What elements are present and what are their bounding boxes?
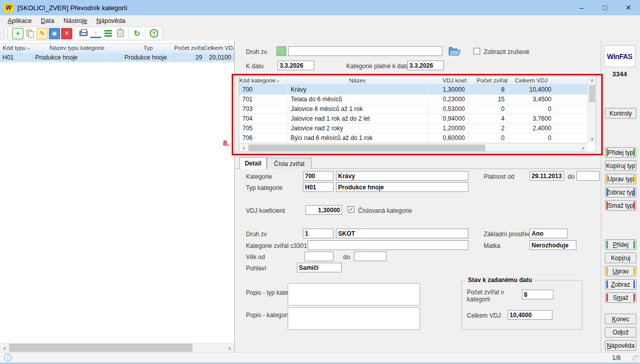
k-datu-input[interactable] [277,61,314,70]
delete-icon[interactable]: ✕ [61,28,72,39]
kategorie-platne-input[interactable] [407,61,444,70]
table-row[interactable]: 700 Krávy 1,30000 8 10,4000 [239,85,596,95]
menu-napoveda[interactable]: Nápověda [92,16,130,25]
maximize-icon[interactable]: □ [593,0,617,15]
popis-typ-kategorie-textarea[interactable] [288,283,420,305]
pohlavi-label: Pohlaví [246,265,266,272]
column-header-typ[interactable]: Typ [122,44,175,52]
table-row[interactable]: H01 Produkce hnoje Produkce hnoje 29 20,… [0,53,234,62]
category-horizontal-scrollbar[interactable]: ‹ › [239,143,588,152]
toolbar-grip[interactable] [7,29,10,38]
menu-nastroje[interactable]: Nástroje [59,16,92,25]
minimize-icon[interactable]: – [570,0,593,15]
column-header-kod-kategorie[interactable]: Kód kategorie▴ [239,76,288,85]
horizontal-scrollbar[interactable]: ‹ › [0,343,234,353]
close-icon[interactable]: ✕ [617,0,640,15]
table-row[interactable]: 701 Telata do 6 měsíců 0,23000 15 3,4500 [239,95,596,104]
vek-do-input[interactable] [354,251,386,261]
scrollbar-thumb[interactable] [9,344,192,352]
cell-pocet: 15 [468,95,508,104]
scroll-left-icon[interactable]: ‹ [239,144,248,152]
open-folder-icon[interactable] [449,48,458,54]
scrollbar-thumb[interactable] [589,85,595,102]
copy-icon[interactable] [24,28,36,39]
scroll-right-icon[interactable]: › [225,343,234,353]
add-icon[interactable]: + [12,28,23,39]
column-header-celkem-vdj[interactable]: Celkem VDJ [205,44,234,52]
column-header-nazev-typu[interactable]: Název typu kategorie [33,44,122,52]
druh-zv-input[interactable] [288,46,442,56]
paste-icon[interactable] [115,28,126,39]
konec-button[interactable]: Konec [605,314,636,324]
kategorie-zvirat-c3301-input[interactable] [308,240,468,250]
vek-od-input[interactable] [304,251,333,261]
column-header-vdj-koef[interactable]: VDJ koef. [428,76,468,85]
tab-detail[interactable]: Detail [239,157,267,169]
stav-groupbox-title: Stav k zadanému datu [466,276,534,284]
kopiruj-typ-button[interactable]: Kopíruj typ [605,160,636,171]
uprav-button[interactable]: Uprav [605,266,636,276]
napoveda-button[interactable]: Nápověda [605,340,636,351]
odloz-button[interactable]: Odlož [605,327,636,338]
popis-kategorie-textarea[interactable] [288,307,420,330]
pohlavi-input[interactable] [297,263,342,272]
export-icon[interactable]: ↑ [90,29,101,38]
matka-input[interactable] [530,240,576,250]
menu-aplikace[interactable]: Aplikace [3,16,36,25]
scroll-up-icon[interactable]: ˄ [588,76,596,85]
table-row[interactable]: 703 Jalovice 6 měsíců až 1 rok 0,53000 0… [239,104,596,114]
resize-grip[interactable] [632,355,639,362]
kategorie-name-input[interactable] [336,171,468,181]
refresh-icon[interactable]: ↻ [131,28,143,39]
pridej-typ-button[interactable]: Přidej typ [605,147,636,158]
tab-cisla-zvirat[interactable]: Čísla zvířat [267,158,312,169]
druh-name-input[interactable] [336,229,468,238]
accent-bar [633,149,635,156]
scroll-right-icon[interactable]: › [578,144,588,152]
edit-icon[interactable]: ✎ [37,28,48,39]
smaz-typ-button[interactable]: Smaž typ [605,200,636,211]
list-icon[interactable] [102,28,114,39]
pridej-button[interactable]: Přidej [605,239,636,250]
accent-bar [633,241,635,248]
typ-code-input[interactable] [303,182,333,192]
kontroly-button[interactable]: Kontroly [605,108,636,119]
view-icon[interactable]: ◉ [49,28,60,39]
menu-bar: Aplikace Data Nástroje Nápověda [0,15,640,26]
category-vertical-scrollbar[interactable]: ˄ ˅ [588,76,596,143]
print-icon[interactable] [78,28,89,39]
vdj-koeficient-input[interactable] [305,205,342,215]
uprav-typ-button[interactable]: Uprav typ [605,174,636,184]
scroll-left-icon[interactable]: ‹ [0,343,9,353]
column-header-pocet-zvirat[interactable]: Počet zvířat [468,76,508,85]
scroll-down-icon[interactable]: ˅ [588,135,596,143]
help-icon[interactable]: ? [148,28,159,39]
column-header-nazev[interactable]: Název [288,76,428,85]
menu-data[interactable]: Data [36,16,59,25]
cislovana-kategorie-checkbox[interactable]: ✓ [348,206,354,213]
table-row[interactable]: 705 Jalovice nad 2 roky 1,20000 2 2,4000 [239,124,596,133]
column-header-kod-typu[interactable]: Kód typu▴ [0,44,33,52]
zobrazit-zrusene-checkbox[interactable] [474,48,480,54]
toolbar-strip: + ✎ ◉ ✕ ↑ ↻ ? [0,26,640,41]
column-header-pocet-zvirat[interactable]: Počet zvířat [175,44,205,52]
smaz-button[interactable]: Smaž [605,292,636,303]
stav-celkem-vdj-input[interactable] [508,310,552,320]
platnost-od-input[interactable] [530,171,564,181]
zobraz-button[interactable]: Zobraz [605,279,636,290]
table-row[interactable]: 706 Býci nad 6 měsíců až do 1 rok 0,6000… [239,133,596,143]
cell-pocet: 8 [468,85,508,94]
zobraz-typ-button[interactable]: Zobraz typ [605,187,636,198]
table-row[interactable]: 704 Jalovice nad 1 rok až do 2 let 0,940… [239,114,596,124]
info-icon[interactable]: i [4,354,12,361]
zakladni-prostredek-input[interactable] [530,229,568,238]
typ-name-input[interactable] [336,182,468,192]
kopiruj-button[interactable]: Kopíruj [605,253,636,263]
druh-zv-detail-label: Druh zv [246,231,267,238]
druh-code-input[interactable] [303,229,333,238]
scrollbar-thumb[interactable] [248,145,485,151]
platnost-do-input[interactable] [576,171,600,181]
kategorie-code-input[interactable] [303,171,333,181]
pocet-zvirat-v-kategorii-input[interactable] [522,290,553,299]
column-header-celkem-vdj[interactable]: Celkem VDJ [508,76,555,85]
